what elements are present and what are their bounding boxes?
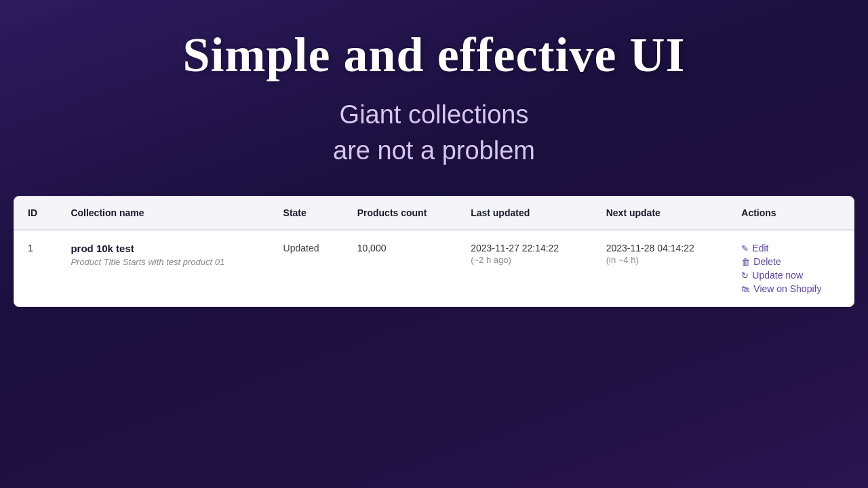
table-body: 1 prod 10k test Product Title Starts wit…	[14, 230, 854, 306]
hero-section: Simple and effective UI Giant collection…	[0, 0, 868, 189]
row-products-count-value: 10,000	[357, 243, 387, 253]
col-collection-name: Collection name	[57, 197, 269, 230]
edit-icon: ✎	[741, 243, 749, 253]
shopify-icon: 🛍	[741, 284, 750, 294]
update-now-label: Update now	[752, 270, 803, 281]
row-last-updated-date: 2023-11-27 22:14:22	[471, 243, 579, 253]
actions-container: ✎ Edit 🗑 Delete ↻ Update now 🛍	[741, 243, 840, 294]
row-actions-cell: ✎ Edit 🗑 Delete ↻ Update now 🛍	[728, 230, 854, 306]
col-id: ID	[14, 197, 57, 230]
update-icon: ↻	[741, 270, 749, 281]
row-last-updated-cell: 2023-11-27 22:14:22 (~2 h ago)	[457, 230, 593, 306]
delete-label: Delete	[753, 256, 781, 267]
row-last-updated-relative: (~2 h ago)	[471, 255, 579, 265]
view-shopify-button[interactable]: 🛍 View on Shopify	[741, 283, 840, 294]
update-now-button[interactable]: ↻ Update now	[741, 270, 840, 281]
edit-button[interactable]: ✎ Edit	[741, 243, 840, 253]
row-id: 1	[14, 230, 57, 306]
table-row: 1 prod 10k test Product Title Starts wit…	[14, 230, 854, 306]
view-shopify-label: View on Shopify	[753, 283, 821, 294]
collections-table-container: ID Collection name State Products count …	[14, 196, 854, 307]
hero-subtitle-line2: are not a problem	[333, 136, 535, 165]
col-last-updated: Last updated	[457, 197, 593, 230]
col-state: State	[270, 197, 344, 230]
col-products-count: Products count	[344, 197, 457, 230]
delete-icon: 🗑	[741, 257, 750, 267]
col-actions: Actions	[728, 197, 854, 230]
hero-subtitle-line1: Giant collections	[340, 100, 529, 129]
row-next-update-date: 2023-11-28 04:14:22	[606, 243, 715, 253]
row-state: Updated	[270, 230, 344, 306]
table-header-row: ID Collection name State Products count …	[14, 197, 854, 230]
row-collection-name-cell: prod 10k test Product Title Starts with …	[57, 230, 269, 306]
collections-table: ID Collection name State Products count …	[14, 197, 854, 306]
row-collection-name: prod 10k test	[71, 243, 256, 254]
row-next-update-relative: (in ~4 h)	[606, 255, 715, 265]
row-next-update-cell: 2023-11-28 04:14:22 (in ~4 h)	[593, 230, 728, 306]
row-state-value: Updated	[283, 243, 319, 253]
hero-subtitle: Giant collections are not a problem	[0, 97, 868, 169]
delete-button[interactable]: 🗑 Delete	[741, 256, 840, 267]
row-collection-subtitle: Product Title Starts with test product 0…	[71, 257, 256, 267]
hero-title: Simple and effective UI	[0, 27, 868, 83]
edit-label: Edit	[752, 243, 768, 253]
table-header: ID Collection name State Products count …	[14, 197, 854, 230]
row-products-count: 10,000	[344, 230, 457, 306]
col-next-update: Next update	[593, 197, 728, 230]
